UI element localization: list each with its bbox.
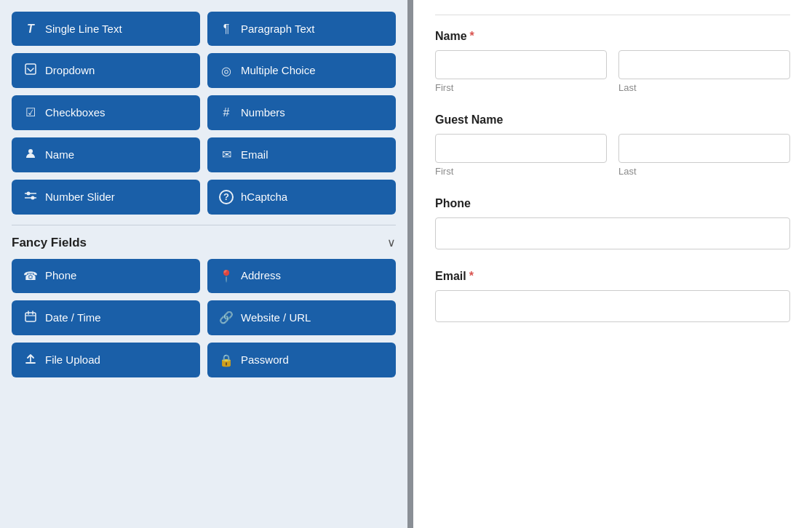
multiple-choice-button[interactable]: ◎ Multiple Choice [207, 53, 396, 88]
guest-name-last-sublabel: Last [618, 166, 790, 177]
svg-point-5 [31, 196, 35, 200]
lock-icon: 🔒 [219, 353, 234, 367]
svg-rect-0 [25, 64, 36, 74]
guest-name-input-row: First Last [435, 134, 790, 177]
email-required-star: * [469, 270, 474, 283]
guest-name-form-section: Guest Name First Last [435, 113, 790, 177]
phone-button[interactable]: ☎ Phone [12, 259, 200, 293]
checkboxes-label: Checkboxes [45, 106, 106, 119]
calendar-icon [23, 311, 38, 325]
fancy-fields-grid: ☎ Phone 📍 Address Date / Time 🔗 Website … [12, 259, 396, 378]
name-first-input[interactable] [435, 50, 607, 79]
email-button[interactable]: ✉ Email [207, 137, 396, 172]
website-url-label: Website / URL [241, 311, 311, 324]
fancy-fields-header: Fancy Fields ∨ [12, 236, 396, 250]
email-input[interactable] [435, 290, 790, 322]
guest-name-first-field: First [435, 134, 607, 177]
phone-form-section: Phone [435, 197, 790, 249]
paragraph-text-button[interactable]: ¶ Paragraph Text [207, 12, 396, 46]
file-upload-label: File Upload [45, 353, 100, 367]
top-rule [435, 15, 790, 15]
dropdown-button[interactable]: Dropdown [12, 53, 200, 88]
right-panel: Name * First Last Guest Name First [413, 0, 812, 528]
upload-icon [23, 353, 38, 367]
password-label: Password [241, 353, 289, 367]
email-form-label: Email * [435, 270, 790, 283]
email-icon: ✉ [219, 148, 234, 161]
hcaptcha-label: hCaptcha [241, 191, 287, 204]
paragraph-text-label: Paragraph Text [241, 23, 314, 36]
guest-name-last-input[interactable] [618, 134, 790, 163]
name-first-field: First [435, 50, 607, 93]
checkboxes-icon: ☑ [23, 105, 38, 119]
name-last-field: Last [618, 50, 790, 93]
hcaptcha-icon: ? [219, 190, 234, 204]
phone-form-label: Phone [435, 197, 790, 210]
name-icon [23, 148, 38, 162]
number-slider-button[interactable]: Number Slider [12, 180, 200, 215]
section-divider [12, 225, 396, 225]
single-line-text-icon: T [23, 22, 38, 36]
panel-divider [407, 0, 413, 528]
email-label: Email [241, 148, 268, 161]
phone-input[interactable] [435, 217, 790, 249]
name-label: Name [45, 148, 74, 161]
numbers-icon: # [219, 105, 234, 119]
basic-fields-grid: T Single Line Text ¶ Paragraph Text Drop… [12, 12, 396, 215]
date-time-label: Date / Time [45, 311, 101, 324]
name-required-star: * [470, 30, 474, 43]
number-slider-label: Number Slider [45, 191, 115, 204]
address-icon: 📍 [219, 269, 234, 283]
multiple-choice-label: Multiple Choice [241, 64, 316, 77]
name-form-section: Name * First Last [435, 30, 790, 93]
left-panel: T Single Line Text ¶ Paragraph Text Drop… [0, 0, 407, 528]
guest-name-form-label: Guest Name [435, 113, 790, 127]
fancy-fields-title: Fancy Fields [12, 236, 87, 250]
address-label: Address [241, 269, 281, 282]
website-url-button[interactable]: 🔗 Website / URL [207, 300, 396, 335]
dropdown-icon [23, 63, 38, 78]
paragraph-text-icon: ¶ [219, 22, 234, 36]
svg-point-4 [27, 192, 31, 196]
address-button[interactable]: 📍 Address [207, 259, 396, 293]
numbers-label: Numbers [241, 106, 285, 119]
name-button[interactable]: Name [12, 137, 200, 172]
name-last-sublabel: Last [618, 82, 790, 93]
guest-name-first-sublabel: First [435, 166, 607, 177]
numbers-button[interactable]: # Numbers [207, 95, 396, 129]
guest-name-first-input[interactable] [435, 134, 607, 163]
link-icon: 🔗 [219, 311, 234, 324]
password-button[interactable]: 🔒 Password [207, 343, 396, 377]
multiple-choice-icon: ◎ [219, 64, 234, 78]
name-input-row: First Last [435, 50, 790, 93]
chevron-down-icon[interactable]: ∨ [387, 236, 396, 249]
name-first-sublabel: First [435, 82, 607, 93]
dropdown-label: Dropdown [45, 64, 95, 77]
phone-icon: ☎ [23, 269, 38, 283]
svg-point-1 [28, 149, 33, 153]
date-time-button[interactable]: Date / Time [12, 300, 200, 335]
checkboxes-button[interactable]: ☑ Checkboxes [12, 95, 200, 129]
email-form-section: Email * [435, 270, 790, 322]
svg-rect-6 [25, 313, 36, 321]
file-upload-button[interactable]: File Upload [12, 343, 200, 377]
single-line-text-label: Single Line Text [45, 23, 122, 36]
hcaptcha-button[interactable]: ? hCaptcha [207, 180, 396, 215]
name-last-input[interactable] [618, 50, 790, 79]
guest-name-last-field: Last [618, 134, 790, 177]
single-line-text-button[interactable]: T Single Line Text [12, 12, 200, 46]
number-slider-icon [23, 190, 38, 204]
phone-label: Phone [45, 269, 76, 282]
name-form-label: Name * [435, 30, 790, 43]
